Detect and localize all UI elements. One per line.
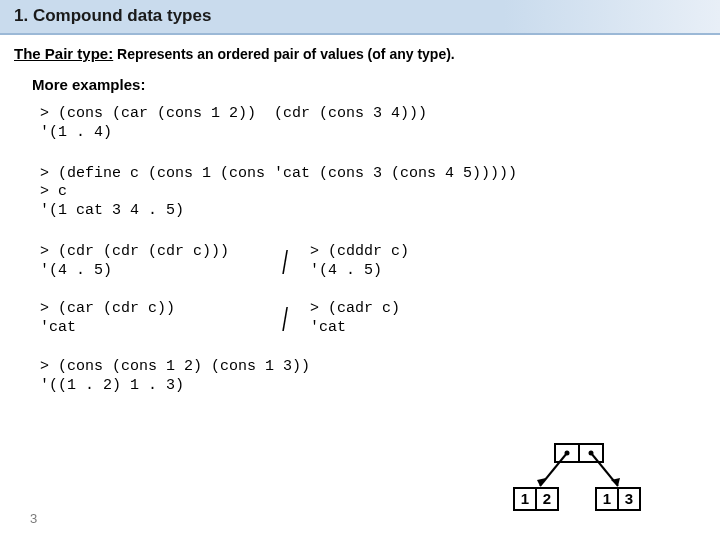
page-number: 3 [30, 511, 37, 526]
slash-divider-icon: / [270, 245, 300, 279]
pair-type-line: The Pair type: Represents an ordered pai… [14, 45, 702, 62]
row2-left-code: > (car (cdr c)) 'cat [40, 300, 260, 338]
code-block-2: > (define c (cons 1 (cons 'cat (cons 3 (… [40, 165, 702, 221]
svg-line-4 [540, 453, 567, 486]
cons-diagram-svg: 1 2 1 3 [500, 442, 660, 518]
example-row-1: > (cdr (cdr (cdr c))) '(4 . 5) / > (cddd… [40, 243, 702, 281]
more-examples-label: More examples: [32, 76, 702, 93]
cons-cell-diagram: 1 2 1 3 [500, 442, 660, 518]
row1-left-code: > (cdr (cdr (cdr c))) '(4 . 5) [40, 243, 260, 281]
example-row-2: > (car (cdr c)) 'cat / > (cadr c) 'cat [40, 300, 702, 338]
row2-right-code: > (cadr c) 'cat [310, 300, 400, 338]
slide-body: The Pair type: Represents an ordered pai… [0, 35, 720, 395]
code-area: > (cons (car (cons 1 2)) (cdr (cons 3 4)… [40, 105, 702, 395]
slide-title: 1. Compound data types [0, 0, 720, 35]
diagram-cell-2: 2 [543, 490, 551, 507]
pair-type-lead: The Pair type: [14, 45, 113, 62]
row1-right-code: > (cdddr c) '(4 . 5) [310, 243, 409, 281]
pair-type-desc: Represents an ordered pair of values (of… [113, 46, 455, 62]
code-block-5: > (cons (cons 1 2) (cons 1 3)) '((1 . 2)… [40, 358, 702, 396]
diagram-cell-1: 1 [521, 490, 529, 507]
code-block-1: > (cons (car (cons 1 2)) (cdr (cons 3 4)… [40, 105, 702, 143]
slide: 1. Compound data types The Pair type: Re… [0, 0, 720, 540]
diagram-cell-4: 3 [625, 490, 633, 507]
diagram-cell-3: 1 [603, 490, 611, 507]
slash-divider-icon: / [270, 302, 300, 336]
